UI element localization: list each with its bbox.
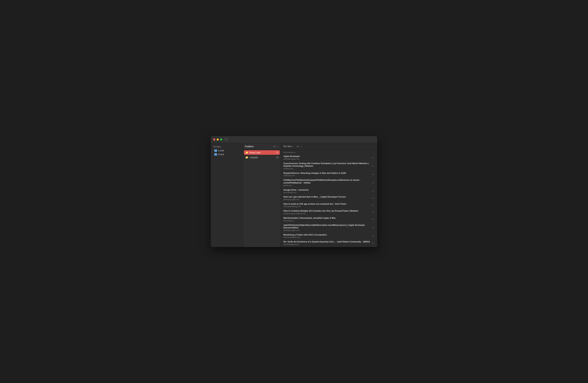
article-open-icon[interactable]: ›	[374, 218, 375, 221]
article-domain: www.macg.co	[283, 220, 370, 222]
article-mark-read-icon[interactable]: ⊘	[372, 173, 373, 176]
article-row[interactable]: MacGeneration | Nouveautés, actualités A…	[281, 216, 377, 223]
article-open-icon[interactable]: ›	[374, 181, 375, 184]
article-mark-read-icon[interactable]: ⊘	[372, 156, 373, 159]
article-row[interactable]: Re: Verify the Existence of a System.key…	[281, 240, 377, 247]
article-text: How to build an iOS app archive via comm…	[283, 203, 370, 208]
article-actions: ⊘ ›	[372, 156, 375, 159]
sort-arrows-icon: ⇅	[292, 146, 293, 147]
article-row[interactable]: Google Drive : connexion drive.google.co…	[281, 188, 377, 195]
articles-header: Par Titre ⇅ ••• ›	[281, 143, 377, 150]
article-row[interactable]: Apple Developer developer.apple.com ⊘ ›	[281, 154, 377, 161]
sidebar-toggle-button[interactable]	[225, 138, 228, 141]
article-text: Re: Verify the Existence of a System.key…	[283, 241, 370, 245]
article-mark-read-icon[interactable]: ⊘	[372, 218, 373, 221]
article-text: FileWatcher/FileWatcherExample/FileWatch…	[283, 179, 370, 186]
article-open-icon[interactable]: ›	[374, 190, 375, 192]
article-domain: community.jamf.com	[283, 243, 370, 245]
article-actions: ⊘ ›	[372, 226, 375, 229]
sidebar-item-locale[interactable]: Locale	[212, 149, 242, 153]
articles-more-button[interactable]: •••	[296, 145, 299, 148]
article-row[interactable]: Asynchronous Testing with Combine Schedu…	[281, 161, 377, 171]
folder-name-read-later: Read Later	[250, 151, 275, 154]
article-row[interactable]: FileWatcher/FileWatcherExample/FileWatch…	[281, 178, 377, 187]
article-domain: developer.apple.com	[283, 199, 370, 201]
folders-actions: ••• ›	[273, 145, 279, 148]
article-mark-read-icon[interactable]: ⊘	[372, 190, 373, 192]
storages-label: Storages	[211, 146, 243, 149]
article-row[interactable]: Monitoring a Folder with GCD | Cocoaneti…	[281, 233, 377, 240]
article-title: DispatchSource: Detecting changes in fil…	[283, 172, 370, 175]
article-title: makeFileSystemObjectSource(fileDescripto…	[283, 224, 370, 229]
article-open-icon[interactable]: ›	[374, 204, 375, 206]
article-text: How can I get selected item in Men... | …	[283, 196, 370, 201]
article-actions: ⊘ ›	[372, 204, 375, 206]
article-row[interactable]: Scripting Help: Removing a specific cert…	[281, 247, 377, 247]
article-row[interactable]: How to build an iOS app archive via comm…	[281, 202, 377, 209]
article-text: Asynchronous Testing with Combine Schedu…	[283, 162, 370, 170]
article-title: Asynchronous Testing with Combine Schedu…	[283, 162, 370, 168]
titlebar	[211, 136, 377, 143]
article-row[interactable]: makeFileSystemObjectSource(fileDescripto…	[281, 223, 377, 233]
close-button[interactable]	[213, 139, 215, 141]
article-mark-read-icon[interactable]: ⊘	[372, 226, 373, 229]
folder-row-linkedin[interactable]: 📁 LinkedIn 10	[244, 155, 280, 160]
article-domain: prasad-k-pawar.medium.com	[283, 213, 370, 215]
article-mark-read-icon[interactable]: ⊘	[372, 204, 373, 206]
article-mark-read-icon[interactable]: ⊘	[372, 242, 373, 244]
article-actions: ⊘ ›	[372, 211, 375, 213]
article-actions: ⊘ ›	[372, 235, 375, 237]
article-open-icon[interactable]: ›	[374, 156, 375, 159]
article-text: Apple Developer developer.apple.com	[283, 155, 370, 160]
article-title: Monitoring a Folder with GCD | Cocoaneti…	[283, 234, 370, 236]
article-actions: ⊘ ›	[372, 197, 375, 199]
article-row[interactable]: How to Combine Multiple Git Commits into…	[281, 209, 377, 216]
folder-row-read-later[interactable]: 📁 Read Later 22	[244, 150, 280, 155]
sort-label-text: Par Titre	[283, 145, 291, 148]
articles-chevron-button[interactable]: ›	[301, 145, 302, 148]
article-title: FileWatcher/FileWatcherExample/FileWatch…	[283, 179, 370, 184]
article-mark-read-icon[interactable]: ⊘	[372, 197, 373, 199]
article-domain: drive.google.com	[283, 192, 370, 193]
article-text: Monitoring a Folder with GCD | Cocoaneti…	[283, 234, 370, 239]
article-text: How to Combine Multiple Git Commits into…	[283, 210, 370, 215]
folders-panel: Folders ••• › 📁 Read Later 22 📁 LinkedIn…	[243, 143, 281, 247]
article-open-icon[interactable]: ›	[374, 197, 375, 199]
folder-name-linkedin: LinkedIn	[250, 156, 275, 159]
locale-folder-icon	[214, 149, 217, 152]
article-open-icon[interactable]: ›	[374, 211, 375, 213]
article-open-icon[interactable]: ›	[374, 242, 375, 244]
article-open-icon[interactable]: ›	[374, 235, 375, 237]
article-row[interactable]: How can I get selected item in Men... | …	[281, 195, 377, 202]
article-title: How to build an iOS app archive via comm…	[283, 203, 370, 205]
articles-container: Apple Developer developer.apple.com ⊘ › …	[281, 154, 377, 247]
articles-panel: Par Titre ⇅ ••• › Pas encore lu Apple De…	[281, 143, 377, 247]
article-actions: ⊘ ›	[372, 242, 375, 244]
article-actions: ⊘ ›	[372, 165, 375, 167]
article-mark-read-icon[interactable]: ⊘	[372, 181, 373, 184]
article-actions: ⊘ ›	[372, 218, 375, 221]
folders-chevron-button[interactable]: ›	[277, 145, 279, 148]
article-open-icon[interactable]: ›	[374, 173, 375, 176]
article-actions: ⊘ ›	[372, 181, 375, 184]
folders-more-button[interactable]: •••	[273, 145, 276, 148]
article-text: Google Drive : connexion drive.google.co…	[283, 189, 370, 194]
article-mark-read-icon[interactable]: ⊘	[372, 165, 373, 167]
article-open-icon[interactable]: ›	[374, 226, 375, 229]
folder-count-linkedin: 10	[276, 156, 278, 159]
article-title: Re: Verify the Existence of a System.key…	[283, 241, 370, 243]
article-mark-read-icon[interactable]: ⊘	[372, 211, 373, 213]
articles-list: Pas encore lu Apple Developer developer.…	[281, 150, 377, 247]
article-title: How can I get selected item in Men... | …	[283, 196, 370, 199]
minimize-button[interactable]	[217, 139, 219, 141]
article-mark-read-icon[interactable]: ⊘	[372, 235, 373, 237]
article-row[interactable]: DispatchSource: Detecting changes in fil…	[281, 171, 377, 178]
icloud-folder-icon	[214, 153, 217, 156]
sort-button[interactable]: Par Titre ⇅	[283, 145, 293, 148]
article-domain: www.cocoanetics.com	[283, 236, 370, 238]
sidebar-item-icloud[interactable]: iCloud	[212, 153, 242, 156]
article-domain: www.andrewhoog.com	[283, 205, 370, 207]
article-open-icon[interactable]: ›	[374, 165, 375, 167]
folders-header: Folders ••• ›	[243, 143, 281, 150]
maximize-button[interactable]	[220, 139, 222, 141]
